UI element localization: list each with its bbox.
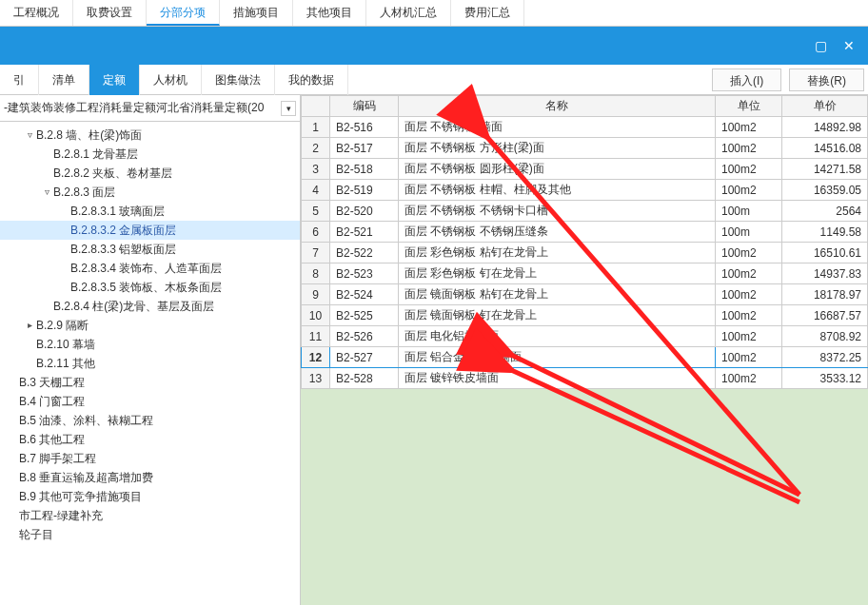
tree-node[interactable]: B.8 垂直运输及超高增加费: [0, 468, 300, 487]
tree-node[interactable]: B.5 油漆、涂料、裱糊工程: [0, 411, 300, 430]
tree-label: B.2.9 隔断: [36, 316, 296, 335]
tree-node[interactable]: B.2.8.1 龙骨基层: [0, 145, 300, 164]
tree-label: B.9 其他可竞争措施项目: [19, 487, 296, 506]
cell-price: 16510.61: [782, 243, 868, 263]
tree-toggle-icon[interactable]: ▿: [40, 183, 53, 202]
table-row[interactable]: 12B2-527面层 铝合金装饰板墙面100m28372.25: [302, 347, 868, 368]
main-tab[interactable]: 人材机汇总: [366, 0, 451, 26]
cell-code: B2-521: [330, 222, 399, 243]
table-row[interactable]: 4B2-519面层 不锈钢板 柱帽、柱脚及其他100m216359.05: [302, 180, 868, 201]
sub-tab[interactable]: 清单: [39, 65, 89, 95]
table-row[interactable]: 6B2-521面层 不锈钢板 不锈钢压缝条100m1149.58: [302, 222, 868, 243]
table-row[interactable]: 13B2-528面层 镀锌铁皮墙面100m23533.12: [302, 368, 868, 389]
cell-rn: 10: [302, 305, 330, 326]
table-row[interactable]: 3B2-518面层 不锈钢板 圆形柱(梁)面100m214271.58: [302, 159, 868, 180]
items-table: 编码 名称 单位 单价 1B2-516面层 不锈钢板 墙面100m214892.…: [301, 95, 868, 389]
tree-label: B.2.8 墙、柱(梁)饰面: [36, 126, 296, 145]
tree-node[interactable]: ▿B.2.8 墙、柱(梁)饰面: [0, 126, 300, 145]
cell-price: 16687.57: [782, 305, 868, 326]
window-restore-icon[interactable]: ▢: [809, 36, 832, 55]
table-row[interactable]: 9B2-524面层 镜面钢板 粘钉在龙骨上100m218178.97: [302, 284, 868, 305]
tree-label: B.5 油漆、涂料、裱糊工程: [19, 411, 296, 430]
cell-price: 3533.12: [782, 368, 868, 389]
sub-tab[interactable]: 我的数据: [275, 65, 348, 95]
cell-rn: 2: [302, 138, 330, 159]
tree-toggle-icon[interactable]: ▿: [23, 126, 36, 145]
tree-label: B.2.8.3 面层: [53, 183, 296, 202]
cell-rn: 1: [302, 117, 330, 138]
tree-node[interactable]: B.7 脚手架工程: [0, 449, 300, 468]
sub-tab[interactable]: 人材机: [140, 65, 202, 95]
cell-unit: 100m2: [716, 180, 782, 201]
cell-unit: 100m2: [716, 263, 782, 284]
col-code: 编码: [330, 96, 399, 117]
tree-node[interactable]: B.2.10 幕墙: [0, 335, 300, 354]
tree-label: 轮子目: [19, 525, 296, 544]
tree-node[interactable]: B.6 其他工程: [0, 430, 300, 449]
cell-code: B2-517: [330, 138, 399, 159]
insert-button[interactable]: 插入(I): [712, 68, 781, 91]
tree-node[interactable]: B.2.8.3.4 装饰布、人造革面层: [0, 259, 300, 278]
tree-node[interactable]: ▸B.2.9 隔断: [0, 316, 300, 335]
cell-unit: 100m2: [716, 138, 782, 159]
cell-price: 8708.92: [782, 326, 868, 347]
cell-unit: 100m2: [716, 117, 782, 138]
tree-node[interactable]: B.2.8.4 柱(梁)龙骨、基层及面层: [0, 297, 300, 316]
grid-empty-area: [301, 389, 868, 605]
col-rn: [302, 96, 330, 117]
tree-node[interactable]: B.2.8.3.3 铝塑板面层: [0, 240, 300, 259]
cell-name: 面层 不锈钢板 墙面: [399, 117, 716, 138]
table-row[interactable]: 1B2-516面层 不锈钢板 墙面100m214892.98: [302, 117, 868, 138]
table-row[interactable]: 7B2-522面层 彩色钢板 粘钉在龙骨上100m216510.61: [302, 243, 868, 263]
tree-label: B.6 其他工程: [19, 430, 296, 449]
tree-node[interactable]: 轮子目: [0, 525, 300, 544]
tree-label: B.2.8.4 柱(梁)龙骨、基层及面层: [53, 297, 296, 316]
replace-button[interactable]: 替换(R): [789, 68, 864, 91]
main-tab[interactable]: 其他项目: [293, 0, 366, 26]
cell-unit: 100m: [716, 201, 782, 222]
tree-label: B.2.8.3.5 装饰板、木板条面层: [70, 278, 296, 297]
table-row[interactable]: 2B2-517面层 不锈钢板 方形柱(梁)面100m214516.08: [302, 138, 868, 159]
tree-node[interactable]: B.2.8.3.2 金属板面层: [0, 221, 300, 240]
main-tab[interactable]: 工程概况: [0, 0, 73, 26]
tree-node[interactable]: B.4 门窗工程: [0, 392, 300, 411]
cell-price: 1149.58: [782, 222, 868, 243]
tree-node[interactable]: 市工程-绿建补充: [0, 506, 300, 525]
main-tab[interactable]: 取费设置: [73, 0, 147, 26]
tree-node[interactable]: B.3 天棚工程: [0, 373, 300, 392]
cell-code: B2-528: [330, 368, 399, 389]
cell-name: 面层 不锈钢板 不锈钢卡口槽: [399, 201, 716, 222]
sub-tab[interactable]: 引: [0, 65, 39, 95]
tree-label: B.2.8.3.3 铝塑板面层: [70, 240, 296, 259]
window-close-icon[interactable]: ✕: [838, 36, 860, 55]
tree-node[interactable]: B.9 其他可竞争措施项目: [0, 487, 300, 506]
cell-name: 面层 电化铝板墙面: [399, 326, 716, 347]
table-row[interactable]: 11B2-526面层 电化铝板墙面100m28708.92: [302, 326, 868, 347]
table-row[interactable]: 5B2-520面层 不锈钢板 不锈钢卡口槽100m2564: [302, 201, 868, 222]
sub-tab[interactable]: 定额: [89, 65, 140, 95]
sub-tab[interactable]: 图集做法: [202, 65, 275, 95]
tree-node[interactable]: B.2.11 其他: [0, 354, 300, 373]
main-tab[interactable]: 分部分项: [147, 0, 220, 26]
tree-node[interactable]: B.2.8.2 夹板、卷材基层: [0, 164, 300, 183]
cell-unit: 100m2: [716, 326, 782, 347]
table-row[interactable]: 8B2-523面层 彩色钢板 钉在龙骨上100m214937.83: [302, 263, 868, 284]
tree-node[interactable]: B.2.8.3.5 装饰板、木板条面层: [0, 278, 300, 297]
cell-code: B2-520: [330, 201, 399, 222]
cell-name: 面层 镜面钢板 粘钉在龙骨上: [399, 284, 716, 305]
tree-toggle-icon[interactable]: ▸: [23, 316, 36, 335]
catalog-dropdown-icon[interactable]: ▾: [281, 101, 296, 116]
table-row[interactable]: 10B2-525面层 镜面钢板 钉在龙骨上100m216687.57: [302, 305, 868, 326]
col-price: 单价: [782, 96, 868, 117]
catalog-title: -建筑装饰装修工程消耗量定额河北省消耗量定额(20: [4, 100, 277, 116]
cell-price: 14937.83: [782, 263, 868, 284]
main-tab[interactable]: 费用汇总: [451, 0, 524, 26]
cell-unit: 100m2: [716, 159, 782, 180]
cell-code: B2-526: [330, 326, 399, 347]
main-tab[interactable]: 措施项目: [220, 0, 293, 26]
cell-unit: 100m: [716, 222, 782, 243]
cell-name: 面层 不锈钢板 圆形柱(梁)面: [399, 159, 716, 180]
cell-code: B2-518: [330, 159, 399, 180]
tree-node[interactable]: B.2.8.3.1 玻璃面层: [0, 202, 300, 221]
tree-node[interactable]: ▿B.2.8.3 面层: [0, 183, 300, 202]
